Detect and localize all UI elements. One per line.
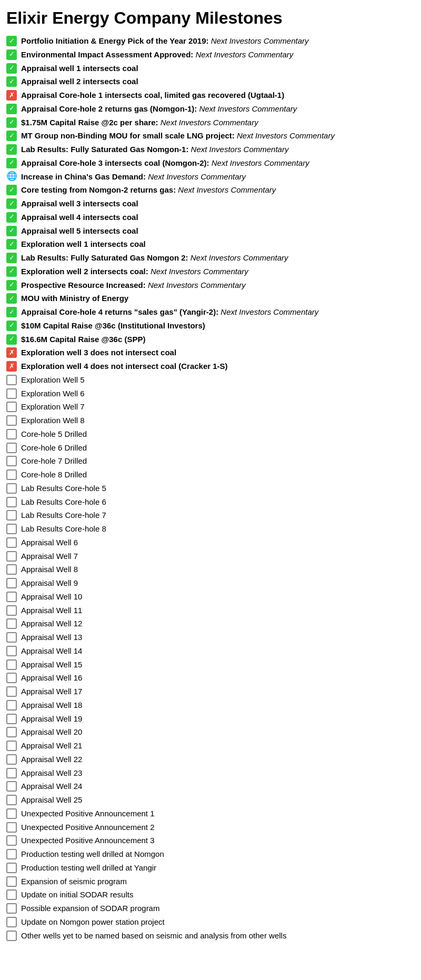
milestone-text: Appraisal Well 20 — [21, 726, 415, 738]
milestone-bold-text: Prospective Resource Increased: — [21, 281, 146, 289]
list-item: ✓Prospective Resource Increased: Next In… — [6, 279, 415, 291]
milestone-text: Unexpected Positive Announcement 3 — [21, 835, 415, 846]
checkmark-icon: ✓ — [6, 321, 17, 331]
milestone-bold-text: Increase in China's Gas Demand: — [21, 172, 146, 181]
milestone-text: Appraisal Well 10 — [21, 591, 415, 603]
list-item: ✓Appraisal Core-hole 3 intersects coal (… — [6, 157, 415, 169]
empty-checkbox-icon — [6, 415, 17, 426]
milestone-text: Increase in China's Gas Demand: Next Inv… — [21, 171, 415, 183]
milestone-text: Appraisal well 3 intersects coal — [21, 198, 415, 209]
list-item: ✓Lab Results: Fully Saturated Gas Nomgon… — [6, 252, 415, 264]
milestone-text: Appraisal Well 7 — [21, 551, 415, 562]
milestone-text: Appraisal Well 24 — [21, 781, 415, 792]
list-item: Appraisal Well 9 — [6, 577, 415, 589]
list-item: ✓$16.6M Capital Raise @36c (SPP) — [6, 334, 415, 345]
list-item: Core-hole 5 Drilled — [6, 428, 415, 440]
empty-checkbox-icon — [6, 578, 17, 588]
milestone-text: Core-hole 7 Drilled — [21, 455, 415, 467]
red-square-icon: ✗ — [6, 347, 17, 358]
empty-checkbox-icon — [6, 469, 17, 480]
milestone-text: Production testing well drilled at Yangi… — [21, 862, 415, 874]
empty-checkbox-icon — [6, 795, 17, 805]
milestone-text: Exploration Well 5 — [21, 374, 415, 386]
milestone-text: $1.75M Capital Raise @2c per share: Next… — [21, 117, 415, 128]
list-item: Appraisal Well 20 — [6, 726, 415, 738]
empty-checkbox-icon — [6, 835, 17, 846]
milestone-text: Unexpected Positive Announcement 2 — [21, 822, 415, 833]
milestone-bold-text: Appraisal Core-hole 1 intersects coal, l… — [21, 91, 284, 99]
milestone-text: Other wells yet to be named based on sei… — [21, 930, 415, 942]
milestone-text: Portfolio Initiation & Energy Pick of th… — [21, 35, 415, 47]
empty-checkbox-icon — [6, 510, 17, 521]
checkmark-icon: ✓ — [6, 63, 17, 74]
milestone-bold-text: Appraisal Core-hole 2 returns gas (Nomgo… — [21, 104, 197, 113]
list-item: Appraisal Well 16 — [6, 672, 415, 684]
list-item: Appraisal Well 8 — [6, 564, 415, 575]
empty-checkbox-icon — [6, 551, 17, 562]
milestone-text: Appraisal Well 25 — [21, 794, 415, 806]
milestone-text: Exploration well 2 intersects coal: Next… — [21, 266, 415, 277]
milestone-text: $10M Capital Raise @36c (Institutional I… — [21, 320, 415, 332]
milestone-text: Appraisal well 4 intersects coal — [21, 212, 415, 223]
milestone-text: MT Group non-Binding MOU for small scale… — [21, 130, 415, 142]
list-item: Appraisal Well 21 — [6, 740, 415, 752]
milestone-bold-text: MOU with Ministry of Energy — [21, 294, 128, 303]
milestone-commentary: Next Investors Commentary — [235, 131, 335, 140]
list-item: Core-hole 7 Drilled — [6, 455, 415, 467]
checkmark-icon: ✓ — [6, 36, 17, 46]
list-item: Exploration Well 6 — [6, 388, 415, 399]
list-item: ✓Appraisal well 1 intersects coal — [6, 63, 415, 74]
list-item: Expansion of seismic program — [6, 876, 415, 887]
list-item: ✓Appraisal well 2 intersects coal — [6, 76, 415, 87]
checkmark-icon: ✓ — [6, 158, 17, 168]
milestone-text: Appraisal well 1 intersects coal — [21, 63, 415, 74]
empty-checkbox-icon — [6, 646, 17, 656]
milestone-text: Core-hole 8 Drilled — [21, 469, 415, 481]
milestone-text: Appraisal Well 6 — [21, 537, 415, 548]
milestone-text: Exploration Well 6 — [21, 388, 415, 399]
milestone-text: Appraisal Well 13 — [21, 632, 415, 643]
checkmark-icon: ✓ — [6, 226, 17, 236]
list-item: ✓Portfolio Initiation & Energy Pick of t… — [6, 35, 415, 47]
milestone-text: Environmental Impact Assessment Approved… — [21, 49, 415, 61]
empty-checkbox-icon — [6, 849, 17, 859]
milestone-text: Lab Results Core-hole 7 — [21, 509, 415, 521]
list-item: Appraisal Well 12 — [6, 618, 415, 629]
empty-checkbox-icon — [6, 537, 17, 548]
empty-checkbox-icon — [6, 808, 17, 819]
milestone-text: Appraisal Well 12 — [21, 618, 415, 629]
milestone-bold-text: Lab Results: Fully Saturated Gas Nomgon-… — [21, 145, 188, 154]
empty-checkbox-icon — [6, 605, 17, 616]
list-item: Appraisal Well 17 — [6, 686, 415, 697]
list-item: ✗Appraisal Core-hole 1 intersects coal, … — [6, 89, 415, 101]
list-item: Appraisal Well 13 — [6, 632, 415, 643]
checkmark-icon: ✓ — [6, 280, 17, 291]
red-square-icon: ✗ — [6, 361, 17, 372]
milestone-bold-text: Exploration well 3 does not intersect co… — [21, 348, 176, 357]
empty-checkbox-icon — [6, 592, 17, 602]
list-item: Appraisal Well 14 — [6, 645, 415, 657]
empty-checkbox-icon — [6, 402, 17, 412]
list-item: ✓Exploration well 2 intersects coal: Nex… — [6, 266, 415, 277]
milestone-bold-text: $16.6M Capital Raise @36c (SPP) — [21, 335, 145, 344]
milestone-bold-text: Appraisal well 1 intersects coal — [21, 64, 138, 73]
milestone-bold-text: $10M Capital Raise @36c (Institutional I… — [21, 321, 205, 330]
list-item: Appraisal Well 24 — [6, 781, 415, 792]
milestone-bold-text: Lab Results: Fully Saturated Gas Nomgon … — [21, 253, 188, 262]
list-item: Update on Nomgon power station project — [6, 916, 415, 928]
checkmark-icon: ✓ — [6, 104, 17, 114]
checkmark-icon: ✓ — [6, 212, 17, 223]
milestone-text: Update on Nomgon power station project — [21, 916, 415, 928]
list-item: Appraisal Well 15 — [6, 659, 415, 671]
empty-checkbox-icon — [6, 632, 17, 643]
list-item: Unexpected Positive Announcement 2 — [6, 822, 415, 833]
checkmark-icon: ✓ — [6, 49, 17, 60]
empty-checkbox-icon — [6, 903, 17, 914]
milestone-commentary: Next Investors Commentary — [208, 36, 308, 45]
checkmark-icon: ✓ — [6, 185, 17, 195]
milestone-text: Appraisal Well 21 — [21, 740, 415, 752]
milestone-bold-text: Exploration well 2 intersects coal: — [21, 267, 148, 276]
milestone-text: Lab Results: Fully Saturated Gas Nomgon … — [21, 252, 415, 264]
milestone-text: Lab Results Core-hole 8 — [21, 523, 415, 535]
empty-checkbox-icon — [6, 659, 17, 670]
